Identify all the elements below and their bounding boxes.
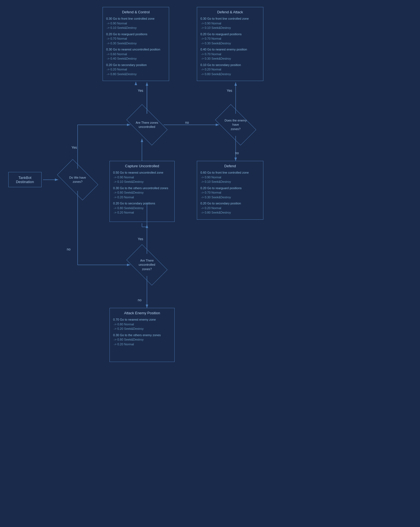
label-no-attack: no [138,298,141,302]
box-capture-uncontrolled: Capture Uncontrolled 0.50 Go to nearest … [110,161,175,222]
label-yes-defend-control: Yes [138,89,143,93]
defend-content: 0.60 Go to front line controlled zone ->… [200,170,260,215]
diamond-enemy-have-zones: Does the enemy havezones? [218,114,254,136]
label-no-right: no [235,151,239,155]
diamond-zones-uncontrolled-label: Are There zonesuncontrolled [134,121,160,129]
label-yes-defend-attack: Yes [227,89,232,93]
diamond-uncontrolled-zones-bottom: Are There uncontrolledzones? [129,254,165,276]
diamond-are-there-zones-uncontrolled: Are There zonesuncontrolled [129,114,165,136]
defend-attack-content: 0.30 Go to front line controlled zone ->… [200,16,260,76]
box-attack-enemy: Attack Enemy Position 0.70 Go to nearest… [110,308,175,362]
diamond-do-we-have-zones-label: Do We have zones? [65,176,90,184]
start-box: TankBot Destination [8,172,42,187]
capture-uncontrolled-content: 0.50 Go to nearest uncontrolled zone -> … [113,170,171,215]
box-defend-control: Defend & Control 0.30 Go to front line c… [103,7,169,81]
label-no-middle: no [185,121,189,125]
label-no-bottom: no [67,247,70,251]
flowchart: TankBot Destination Do We have zones? Ar… [0,0,420,527]
defend-control-content: 0.30 Go to front line controlled zone ->… [106,16,166,76]
label-yes-capture: Yes [138,237,143,241]
box-defend-attack: Defend & Attack 0.30 Go to front line co… [197,7,263,81]
defend-control-title: Defend & Control [106,10,166,14]
label-yes-left: Yes [72,146,77,150]
defend-title: Defend [200,164,260,168]
defend-attack-title: Defend & Attack [200,10,260,14]
attack-enemy-title: Attack Enemy Position [113,311,171,315]
capture-uncontrolled-title: Capture Uncontrolled [113,164,171,168]
start-label: TankBot Destination [16,176,34,184]
box-defend: Defend 0.60 Go to front line controlled … [197,161,263,220]
diamond-do-we-have-zones: Do We have zones? [60,169,96,191]
diamond-enemy-zones-label: Does the enemy havezones? [223,118,248,131]
diamond-uncontrolled-label: Are There uncontrolledzones? [134,259,160,271]
attack-enemy-content: 0.70 Go to nearest enemy zone -> 0.80 No… [113,317,171,346]
